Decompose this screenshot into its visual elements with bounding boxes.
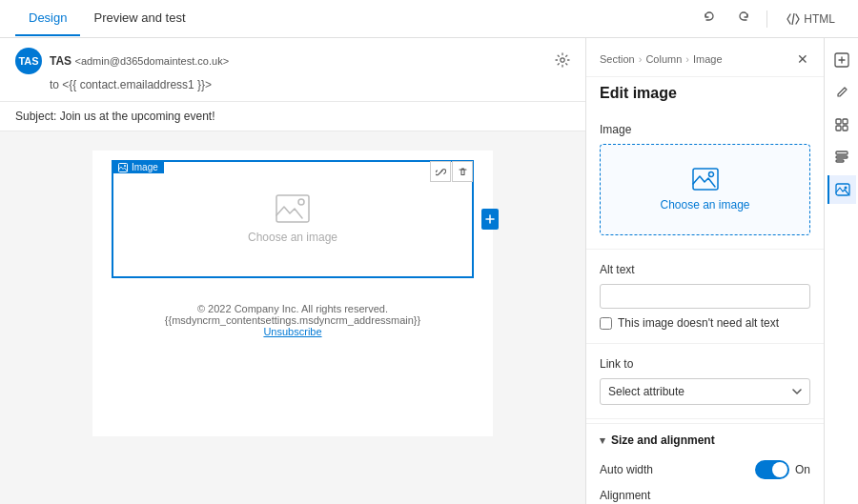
avatar: TAS bbox=[15, 48, 42, 74]
alt-text-label: Alt text bbox=[600, 263, 810, 276]
right-edit-panel: Section › Column › Image ✕ Edit image Im… bbox=[585, 38, 824, 504]
sidebar-icon-content[interactable] bbox=[827, 143, 856, 171]
toggle-on-label: On bbox=[795, 463, 810, 476]
auto-width-row: Auto width On bbox=[600, 460, 810, 479]
tab-preview[interactable]: Preview and test bbox=[80, 1, 198, 36]
svg-rect-18 bbox=[843, 119, 848, 124]
image-block-label: Image bbox=[112, 161, 164, 173]
size-alignment-label: Size and alignment bbox=[611, 433, 715, 447]
svg-rect-20 bbox=[843, 126, 848, 131]
divider-2 bbox=[586, 343, 824, 344]
html-button[interactable]: HTML bbox=[779, 9, 843, 30]
image-upload-box[interactable]: Choose an image bbox=[600, 144, 810, 235]
image-placeholder: Choose an image bbox=[113, 162, 472, 276]
image-block-icon bbox=[118, 163, 128, 172]
toggle-thumb bbox=[772, 462, 787, 477]
upload-image-icon bbox=[692, 168, 719, 191]
link-to-section: Link to Select attribute bbox=[586, 348, 824, 414]
size-alignment-header[interactable]: ▾ Size and alignment bbox=[586, 424, 824, 456]
image-label-text: Image bbox=[132, 162, 158, 172]
svg-rect-22 bbox=[836, 156, 848, 158]
settings-icon-area[interactable] bbox=[555, 52, 570, 71]
no-alt-text-row: This image doesn't need alt text bbox=[600, 316, 810, 330]
link-to-dropdown[interactable]: Select attribute bbox=[600, 378, 810, 405]
image-delete-button[interactable] bbox=[452, 161, 473, 182]
size-alignment-section: ▾ Size and alignment Auto width On Align… bbox=[586, 423, 824, 504]
email-canvas: Image Choose an image bbox=[92, 151, 493, 436]
html-label: HTML bbox=[804, 12, 835, 26]
svg-rect-19 bbox=[836, 126, 841, 131]
svg-rect-23 bbox=[836, 160, 844, 162]
svg-point-4 bbox=[298, 199, 304, 205]
to-line: to <{{ contact.emailaddress1 }}> bbox=[50, 78, 570, 91]
top-tabs-bar: Design Preview and test HTML bbox=[0, 0, 858, 38]
svg-point-6 bbox=[708, 172, 713, 177]
from-email: <admin@d365domaintest.co.uk> bbox=[74, 55, 229, 67]
breadcrumb: Section › Column › Image bbox=[600, 53, 795, 65]
drag-handle[interactable] bbox=[481, 209, 499, 230]
toolbar-right: HTML bbox=[698, 7, 843, 30]
canvas-panel: TAS TAS <admin@d365domaintest.co.uk> to … bbox=[0, 38, 585, 504]
redo-button[interactable] bbox=[730, 7, 755, 30]
collapse-icon: ▾ bbox=[600, 434, 605, 447]
image-upload-section: Image Choose an image bbox=[586, 113, 824, 245]
no-alt-text-label: This image doesn't need alt text bbox=[618, 316, 779, 330]
breadcrumb-image: Image bbox=[693, 53, 723, 65]
from-info: TAS <admin@d365domaintest.co.uk> bbox=[50, 54, 229, 68]
auto-width-label: Auto width bbox=[600, 463, 653, 476]
breadcrumb-section: Section bbox=[600, 53, 635, 65]
subject-text: Join us at the upcoming event! bbox=[60, 110, 215, 123]
sidebar-icon-edit[interactable] bbox=[827, 78, 856, 107]
choose-image-panel-text: Choose an image bbox=[660, 198, 749, 212]
footer-line1: © 2022 Company Inc. All rights reserved. bbox=[108, 303, 478, 314]
svg-rect-3 bbox=[276, 195, 309, 222]
settings-icon bbox=[555, 52, 570, 68]
svg-rect-21 bbox=[836, 151, 848, 154]
svg-rect-17 bbox=[836, 119, 841, 124]
no-alt-text-checkbox[interactable] bbox=[600, 317, 612, 330]
alignment-row: Alignment bbox=[600, 489, 810, 504]
undo-button[interactable] bbox=[698, 7, 723, 30]
email-from-row: TAS TAS <admin@d365domaintest.co.uk> bbox=[15, 48, 570, 74]
placeholder-image-icon bbox=[276, 194, 310, 223]
auto-width-toggle[interactable]: On bbox=[755, 460, 810, 479]
svg-point-0 bbox=[561, 57, 564, 61]
divider-1 bbox=[586, 249, 824, 250]
sidebar-icon-elements[interactable] bbox=[827, 111, 856, 139]
sidebar-icon-image-active[interactable] bbox=[827, 175, 856, 204]
panel-title: Edit image bbox=[586, 77, 824, 113]
image-block[interactable]: Image Choose an image bbox=[112, 160, 474, 278]
image-block-tools bbox=[430, 161, 473, 182]
sidebar-icon-add[interactable] bbox=[827, 46, 856, 74]
breadcrumb-column: Column bbox=[645, 53, 682, 65]
subject-line: Subject: Join us at the upcoming event! bbox=[0, 102, 585, 131]
divider-3 bbox=[586, 418, 824, 419]
choose-image-text: Choose an image bbox=[248, 231, 337, 244]
from-name: TAS bbox=[50, 54, 72, 68]
image-link-button[interactable] bbox=[430, 161, 451, 182]
tab-design[interactable]: Design bbox=[15, 1, 80, 36]
icon-sidebar bbox=[824, 38, 858, 504]
svg-point-2 bbox=[124, 165, 126, 167]
footer-line2: {{msdyncrm_contentsettings.msdyncrm_addr… bbox=[108, 314, 478, 326]
canvas-body: Image Choose an image bbox=[0, 131, 585, 455]
email-footer: © 2022 Company Inc. All rights reserved.… bbox=[92, 288, 493, 353]
toolbar-divider bbox=[766, 10, 767, 28]
main-area: TAS TAS <admin@d365domaintest.co.uk> to … bbox=[0, 38, 858, 504]
alt-text-input[interactable] bbox=[600, 284, 810, 309]
link-to-label: Link to bbox=[600, 357, 810, 371]
svg-point-25 bbox=[844, 187, 847, 190]
alt-text-section: Alt text This image doesn't need alt tex… bbox=[586, 253, 824, 339]
panel-close-button[interactable]: ✕ bbox=[795, 50, 810, 69]
size-alignment-content: Auto width On Alignment bbox=[586, 456, 824, 504]
toggle-track[interactable] bbox=[755, 460, 789, 479]
email-header: TAS TAS <admin@d365domaintest.co.uk> to … bbox=[0, 38, 585, 102]
alignment-label: Alignment bbox=[600, 489, 810, 502]
subject-prefix: Subject: bbox=[15, 110, 60, 123]
image-section-label: Image bbox=[600, 123, 810, 136]
unsubscribe-link[interactable]: Unsubscribe bbox=[263, 326, 321, 337]
image-block-container: Image Choose an image bbox=[102, 160, 483, 278]
panel-header: Section › Column › Image ✕ bbox=[586, 38, 824, 77]
